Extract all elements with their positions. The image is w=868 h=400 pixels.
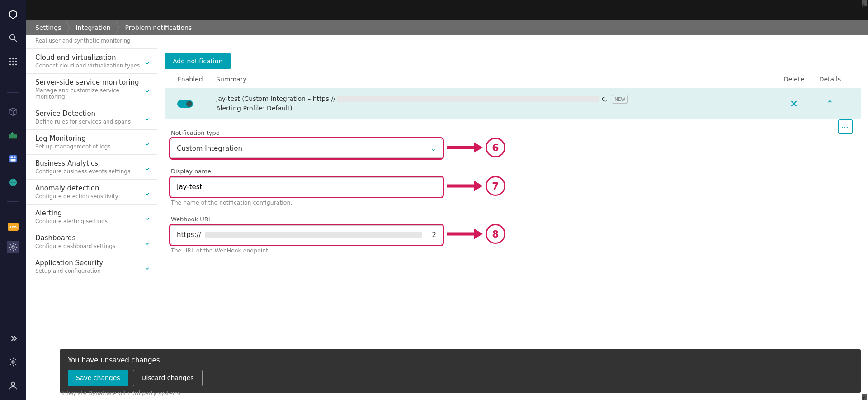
sidebar-item-server-side[interactable]: Server-side service monitoringManage and…: [26, 74, 157, 105]
svg-point-7: [15, 61, 17, 62]
infrastructure-icon[interactable]: [7, 129, 19, 142]
notification-row: Jay-test (Custom Integration – https:// …: [165, 88, 861, 119]
display-name-label: Display name: [171, 168, 442, 175]
display-name-input[interactable]: [171, 177, 442, 196]
aws-icon[interactable]: aws: [8, 223, 19, 231]
sidebar-item-alerting[interactable]: AlertingConfigure alerting settings ⌄: [26, 205, 157, 229]
chevron-down-icon: ⌄: [144, 187, 151, 197]
sidebar-partial-top: Real user and synthetic monitoring: [26, 35, 157, 49]
notification-summary: Jay-test (Custom Integration – https:// …: [216, 94, 776, 113]
chevron-down-icon: ⌄: [144, 262, 151, 271]
notifications-table-header: Enabled Summary Delete Details: [165, 69, 861, 88]
sidebar-item-desc: Configure alerting settings: [35, 218, 108, 224]
webhook-url-help: The URL of the WebHook endpoint.: [171, 247, 442, 254]
webhook-url-input[interactable]: https:// 2: [171, 225, 442, 244]
sidebar-item-title: Cloud and virtualization: [35, 53, 140, 62]
scrollbar-up-icon[interactable]: ▴: [862, 0, 867, 6]
breadcrumb-integration[interactable]: Integration: [71, 20, 115, 35]
svg-rect-11: [9, 134, 17, 138]
search-icon[interactable]: [7, 32, 19, 44]
sidebar-item-title: Application Security: [35, 259, 103, 267]
chevron-down-icon: ⌄: [144, 237, 151, 247]
chevron-down-icon: ⌄: [430, 144, 436, 152]
sidebar-item-title: Business Analytics: [35, 159, 130, 167]
sidebar-item-dashboards[interactable]: DashboardsConfigure dashboard settings ⌄: [26, 229, 157, 254]
cube-icon[interactable]: [7, 105, 19, 118]
svg-point-18: [12, 361, 14, 363]
settings-gear-icon[interactable]: [7, 241, 19, 253]
chevron-down-icon: ⌄: [144, 138, 151, 147]
col-enabled: Enabled: [177, 76, 216, 83]
annotation-7: 7: [486, 176, 505, 196]
add-notification-button[interactable]: Add notification: [165, 53, 231, 69]
annotation-6: 6: [486, 138, 505, 157]
sidebar-item-service-detection[interactable]: Service DetectionDefine rules for servic…: [26, 105, 157, 130]
svg-point-10: [15, 64, 17, 66]
sidebar-item-desc: Configure detection sensitivity: [35, 193, 118, 200]
svg-point-9: [12, 64, 14, 66]
new-badge: NEW: [612, 95, 628, 104]
svg-point-6: [12, 61, 14, 62]
sidebar-item-business-analytics[interactable]: Business AnalyticsConfigure business eve…: [26, 155, 157, 180]
breadcrumb-settings[interactable]: Settings: [31, 20, 66, 35]
breadcrumb: Settings Integration Problem notificatio…: [26, 20, 868, 35]
delete-icon[interactable]: ✕: [790, 98, 798, 110]
save-changes-button[interactable]: Save changes: [68, 370, 128, 386]
user-icon[interactable]: [7, 379, 19, 392]
svg-rect-15: [11, 159, 16, 162]
sidebar-item-log-monitoring[interactable]: Log MonitoringSet up management of logs …: [26, 130, 157, 155]
left-navigation-rail: aws: [0, 0, 26, 400]
webhook-url-suffix: 2: [432, 231, 436, 239]
globe-icon[interactable]: [7, 176, 19, 189]
col-delete: Delete: [776, 76, 812, 83]
sidebar-item-desc: Manage and customize service monitoring: [35, 87, 141, 100]
sidebar-item-title: Service Detection: [35, 110, 131, 118]
gear-icon[interactable]: [7, 356, 19, 368]
sidebar-item-desc: Setup and configuration: [35, 268, 103, 274]
sidebar-item-application-security[interactable]: Application SecuritySetup and configurat…: [26, 254, 157, 279]
svg-rect-14: [14, 157, 16, 159]
svg-point-4: [15, 58, 17, 60]
unsaved-message: You have unsaved changes: [68, 356, 853, 364]
scrollbar-down-icon[interactable]: ▾: [862, 394, 867, 400]
sidebar-item-title: Dashboards: [35, 234, 115, 242]
dashboard-icon[interactable]: [7, 152, 19, 165]
logo-icon[interactable]: [7, 8, 19, 21]
top-app-bar: [26, 0, 868, 20]
redacted-url: [337, 96, 599, 102]
svg-point-17: [12, 246, 14, 248]
enabled-toggle[interactable]: [177, 100, 193, 108]
sidebar-item-title: Alerting: [35, 209, 108, 217]
sidebar-item-title: Log Monitoring: [35, 134, 111, 143]
expand-icon[interactable]: [7, 332, 19, 345]
svg-point-0: [10, 35, 15, 40]
svg-line-1: [14, 39, 17, 42]
chevron-down-icon: ⌄: [144, 57, 151, 66]
redacted-url-input: [205, 232, 422, 238]
display-name-help: The name of the notification configurati…: [171, 199, 442, 206]
sidebar-item-cloud-virtualization[interactable]: Cloud and virtualizationConnect cloud an…: [26, 49, 157, 74]
sidebar-item-anomaly-detection[interactable]: Anomaly detectionConfigure detection sen…: [26, 180, 157, 205]
sidebar-item-desc: Configure dashboard settings: [35, 243, 115, 249]
svg-marker-21: [474, 142, 483, 153]
main-content: Add notification Enabled Summary Delete …: [157, 35, 868, 400]
sidebar-item-desc: Set up management of logs: [35, 143, 111, 150]
summary-line1-prefix: Jay-test (Custom Integration – https://: [216, 95, 335, 102]
integrate-peek-text: Integrate Dynatrace with 3rd party syste…: [61, 390, 180, 396]
svg-rect-12: [9, 155, 17, 163]
annotation-8: 8: [486, 224, 505, 244]
webhook-url-prefix: https://: [177, 231, 201, 239]
more-options-button[interactable]: ⋯: [838, 119, 853, 134]
sidebar-item-title: Anomaly detection: [35, 184, 118, 192]
col-summary: Summary: [216, 76, 776, 83]
settings-sidebar: Real user and synthetic monitoring Cloud…: [26, 35, 157, 400]
collapse-icon[interactable]: ⌃: [826, 98, 834, 109]
webhook-url-label: Webhook URL: [171, 216, 442, 223]
chevron-down-icon: ⌄: [144, 162, 151, 172]
apps-grid-icon[interactable]: [7, 55, 19, 68]
discard-changes-button[interactable]: Discard changes: [133, 370, 203, 386]
svg-point-8: [9, 64, 11, 66]
svg-marker-25: [474, 229, 483, 239]
summary-line2: Alerting Profile: Default): [216, 104, 776, 113]
notification-type-select[interactable]: Custom Integration ⌄: [171, 139, 442, 158]
